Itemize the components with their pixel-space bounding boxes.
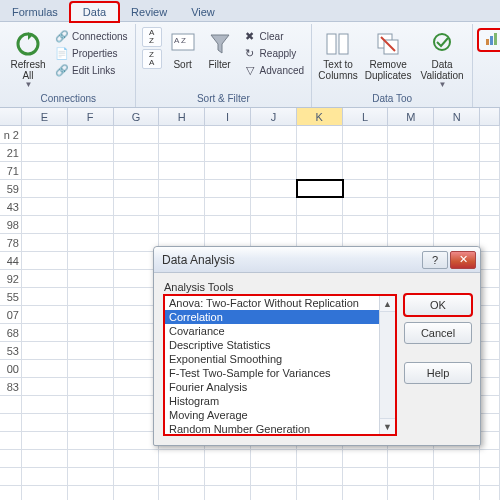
- cell[interactable]: [68, 468, 114, 485]
- list-item[interactable]: Correlation: [165, 310, 379, 324]
- remove-duplicates-button[interactable]: Remove Duplicates: [363, 26, 413, 83]
- cell[interactable]: [343, 144, 389, 161]
- cancel-button[interactable]: Cancel: [404, 322, 472, 344]
- cell[interactable]: [114, 486, 160, 500]
- cell[interactable]: [343, 162, 389, 179]
- sort-button[interactable]: A Z Sort: [167, 26, 199, 73]
- cell[interactable]: [205, 450, 251, 467]
- scroll-up-icon[interactable]: ▲: [380, 296, 395, 312]
- cell[interactable]: [68, 216, 114, 233]
- cell[interactable]: [434, 450, 480, 467]
- cell[interactable]: [22, 180, 68, 197]
- sort-az-button[interactable]: AZ: [142, 27, 162, 47]
- list-item[interactable]: Descriptive Statistics: [165, 338, 379, 352]
- edit-links-item[interactable]: 🔗Edit Links: [53, 62, 130, 78]
- cell[interactable]: [22, 270, 68, 287]
- cell[interactable]: [297, 216, 343, 233]
- cell[interactable]: [159, 450, 205, 467]
- cell[interactable]: [68, 378, 114, 395]
- cell[interactable]: [159, 486, 205, 500]
- tab-review[interactable]: Review: [119, 3, 179, 21]
- list-item[interactable]: Anova: Two-Factor Without Replication: [165, 296, 379, 310]
- cell[interactable]: [68, 306, 114, 323]
- cell[interactable]: [297, 126, 343, 143]
- column-header[interactable]: L: [343, 108, 389, 125]
- cell[interactable]: [114, 126, 160, 143]
- cell[interactable]: [251, 162, 297, 179]
- cell[interactable]: [434, 216, 480, 233]
- cell[interactable]: [205, 144, 251, 161]
- dialog-titlebar[interactable]: Data Analysis ? ✕: [154, 247, 480, 273]
- column-header[interactable]: J: [251, 108, 297, 125]
- list-item[interactable]: Fourier Analysis: [165, 380, 379, 394]
- cell[interactable]: [251, 144, 297, 161]
- cell[interactable]: [343, 180, 389, 197]
- list-item[interactable]: Moving Average: [165, 408, 379, 422]
- cell[interactable]: [22, 144, 68, 161]
- column-header[interactable]: K: [297, 108, 343, 125]
- cell[interactable]: [114, 198, 160, 215]
- cell[interactable]: [343, 450, 389, 467]
- refresh-all-button[interactable]: Refresh All ▼: [7, 26, 49, 91]
- sort-za-button[interactable]: ZA: [142, 49, 162, 69]
- cell[interactable]: [22, 288, 68, 305]
- cell[interactable]: [297, 486, 343, 500]
- column-header[interactable]: G: [114, 108, 160, 125]
- cell[interactable]: [22, 216, 68, 233]
- cell[interactable]: [388, 144, 434, 161]
- cell[interactable]: [68, 414, 114, 431]
- cell[interactable]: [297, 450, 343, 467]
- ok-button[interactable]: OK: [404, 294, 472, 316]
- data-validation-button[interactable]: Data Validation ▼: [417, 26, 467, 91]
- cell[interactable]: [114, 180, 160, 197]
- cell[interactable]: [68, 450, 114, 467]
- cell[interactable]: [114, 162, 160, 179]
- cell[interactable]: [159, 198, 205, 215]
- cell[interactable]: [22, 252, 68, 269]
- cell[interactable]: [114, 216, 160, 233]
- cell[interactable]: [22, 234, 68, 251]
- cell[interactable]: [22, 306, 68, 323]
- cell[interactable]: [205, 180, 251, 197]
- data-analysis-button[interactable]: Data Analysis: [478, 29, 500, 51]
- cell[interactable]: [297, 162, 343, 179]
- cell[interactable]: [68, 486, 114, 500]
- list-item[interactable]: Covariance: [165, 324, 379, 338]
- cell[interactable]: [22, 432, 68, 449]
- cell[interactable]: [159, 144, 205, 161]
- cell[interactable]: [251, 198, 297, 215]
- cell[interactable]: [297, 144, 343, 161]
- list-item[interactable]: F-Test Two-Sample for Variances: [165, 366, 379, 380]
- cell[interactable]: [388, 468, 434, 485]
- close-window-button[interactable]: ✕: [450, 251, 476, 269]
- list-item[interactable]: Histogram: [165, 394, 379, 408]
- cell[interactable]: [114, 450, 160, 467]
- cell[interactable]: [68, 198, 114, 215]
- cell[interactable]: [22, 414, 68, 431]
- cell[interactable]: [297, 468, 343, 485]
- select-all-corner[interactable]: [0, 108, 22, 125]
- cell[interactable]: [68, 324, 114, 341]
- cell[interactable]: [343, 198, 389, 215]
- cell[interactable]: [388, 180, 434, 197]
- column-header[interactable]: I: [205, 108, 251, 125]
- cell[interactable]: [68, 234, 114, 251]
- cell[interactable]: [343, 126, 389, 143]
- cell[interactable]: [434, 126, 480, 143]
- cell[interactable]: [343, 468, 389, 485]
- cell[interactable]: [68, 432, 114, 449]
- cell[interactable]: [434, 144, 480, 161]
- cell[interactable]: [434, 486, 480, 500]
- cell[interactable]: [68, 360, 114, 377]
- column-header[interactable]: N: [434, 108, 480, 125]
- cell[interactable]: [22, 342, 68, 359]
- cell[interactable]: [205, 198, 251, 215]
- cell[interactable]: [22, 198, 68, 215]
- cell[interactable]: [68, 144, 114, 161]
- cell[interactable]: [22, 396, 68, 413]
- cell[interactable]: [343, 486, 389, 500]
- cell[interactable]: [251, 180, 297, 197]
- cell[interactable]: [68, 288, 114, 305]
- cell[interactable]: [251, 126, 297, 143]
- cell[interactable]: [434, 162, 480, 179]
